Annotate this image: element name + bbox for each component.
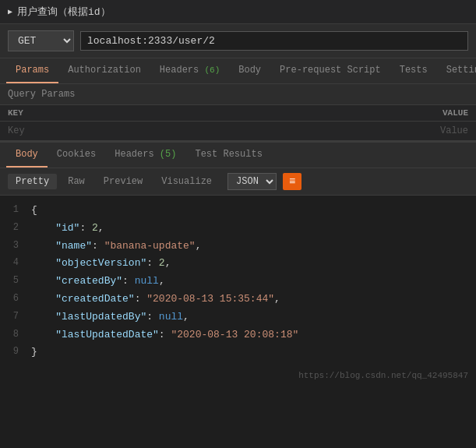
collapse-arrow[interactable]: ▶ <box>8 7 12 16</box>
res-tab-cookies[interactable]: Cookies <box>48 143 105 168</box>
tab-headers[interactable]: Headers (6) <box>150 58 229 83</box>
params-table-header: KEY VALUE <box>0 105 476 122</box>
json-body: 1 { 2 "id": 2, 3 "name": "banana-update"… <box>0 196 476 368</box>
pretty-btn[interactable]: Pretty <box>8 174 57 189</box>
url-input[interactable] <box>80 31 468 51</box>
response-section: Body Cookies Headers (5) Test Results Pr… <box>0 141 476 368</box>
json-line-3: 3 "name": "banana-update", <box>0 238 476 256</box>
response-toolbar: Pretty Raw Preview Visualize JSON XML HT… <box>0 168 476 196</box>
value-column-header: VALUE <box>238 108 469 118</box>
json-line-8: 8 "lastUpdatedDate": "2020-08-13 20:08:1… <box>0 326 476 344</box>
json-line-6: 6 "createdDate": "2020-08-13 15:35:44", <box>0 291 476 309</box>
res-tab-body[interactable]: Body <box>6 143 48 168</box>
preview-btn[interactable]: Preview <box>96 174 150 189</box>
json-line-5: 5 "createdBy": null, <box>0 273 476 291</box>
tab-settings[interactable]: Settings <box>437 58 476 83</box>
format-select[interactable]: JSON XML HTML <box>227 173 277 190</box>
watermark: https://blog.csdn.net/qq_42495847 <box>0 368 476 383</box>
tab-body[interactable]: Body <box>229 58 270 83</box>
collection-title: 用户查询（根据id） <box>17 5 111 19</box>
params-table: KEY VALUE Key Value <box>0 105 476 141</box>
wrap-button[interactable]: ≡ <box>283 173 301 190</box>
tab-params[interactable]: Params <box>6 58 58 83</box>
query-params-header: Query Params <box>0 84 476 105</box>
request-tabs: Params Authorization Headers (6) Body Pr… <box>0 58 476 84</box>
response-tabs: Body Cookies Headers (5) Test Results <box>0 143 476 168</box>
key-placeholder[interactable]: Key <box>8 125 238 136</box>
url-bar: GET POST PUT DELETE <box>0 24 476 58</box>
visualize-btn[interactable]: Visualize <box>153 174 220 189</box>
tab-pre-request[interactable]: Pre-request Script <box>270 58 390 83</box>
json-line-7: 7 "lastUpdatedBy": null, <box>0 309 476 326</box>
tab-authorization[interactable]: Authorization <box>58 58 150 83</box>
json-line-2: 2 "id": 2, <box>0 220 476 238</box>
top-bar: ▶ 用户查询（根据id） <box>0 0 476 24</box>
json-line-4: 4 "objectVersion": 2, <box>0 255 476 273</box>
res-tab-headers[interactable]: Headers (5) <box>105 143 185 168</box>
value-placeholder[interactable]: Value <box>238 125 469 136</box>
params-row-empty: Key Value <box>0 122 476 140</box>
key-column-header: KEY <box>8 108 238 118</box>
json-line-9: 9 } <box>0 344 476 362</box>
res-tab-test-results[interactable]: Test Results <box>185 143 271 168</box>
json-line-1: 1 { <box>0 202 476 220</box>
tab-tests[interactable]: Tests <box>390 58 437 83</box>
method-select[interactable]: GET POST PUT DELETE <box>8 30 74 51</box>
raw-btn[interactable]: Raw <box>60 174 93 189</box>
